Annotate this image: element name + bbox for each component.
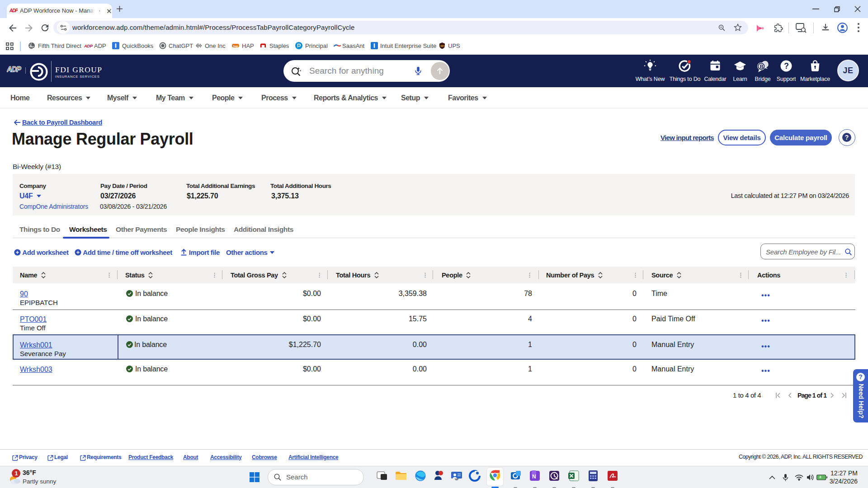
svg-text:N: N xyxy=(532,474,536,480)
svg-text:1: 1 xyxy=(15,470,18,477)
